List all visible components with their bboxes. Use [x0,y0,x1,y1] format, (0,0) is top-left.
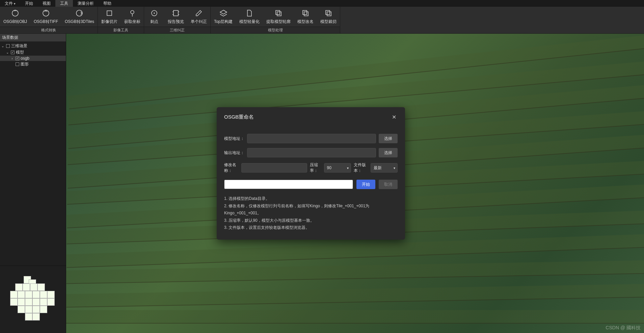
tree-node-model[interactable]: ⌄ 模型 [0,49,66,56]
ribbon-group-label: 影像工具 [98,27,144,33]
btn-select-model[interactable]: 选择 [379,134,398,143]
label-compress: 压缩率： [310,162,321,174]
menu-view[interactable]: 视图 [38,0,55,7]
menu-bar: 文件 开始 视图 工具 测量分析 帮助 [0,0,644,7]
menu-measure[interactable]: 测量分析 [73,0,99,7]
btn-osgb-to-tiff[interactable]: OSGB转TIFF [30,7,61,27]
convert-icon [11,9,20,18]
btn-select-output[interactable]: 选择 [379,148,398,157]
menu-start[interactable]: 开始 [20,0,38,7]
svg-rect-7 [173,10,178,16]
input-output-path[interactable] [247,148,376,157]
tree-node-scene[interactable]: ⌄ 三维场景 [0,43,66,49]
label-version: 文件版本： [354,162,368,174]
svg-rect-12 [326,10,330,14]
select-compress[interactable]: 90 [324,163,351,173]
btn-model-lightweight[interactable]: 模型轻量化 [236,7,263,27]
svg-rect-11 [304,12,308,16]
close-icon[interactable]: ✕ [391,113,398,122]
panel-title-scene: 场景数据 [0,34,66,41]
btn-extract-outline[interactable]: 提取模型轮廓 [263,7,294,27]
dialog-help: 1. 选择模型的Data目录。 2. 修改名称，仅修改模型行列号前名称，如填写K… [224,195,398,232]
input-model-path[interactable] [247,134,376,143]
btn-prick[interactable]: 刺点 [144,7,164,27]
input-progress [224,180,353,189]
ribbon-group-format: OSGB转OBJ OSGB转TIFF OSGB转3DTiles 格式转换 [0,7,98,33]
checkbox[interactable] [16,57,19,60]
report-icon [171,9,180,18]
dialog-osgb-rename: OSGB重命名 ✕ 模型地址： 选择 输出地址： 选择 修改名称： 压缩率： [217,107,405,240]
collapse-icon[interactable]: ⌄ [1,44,5,48]
tree-node-shape[interactable]: 图形 [0,61,66,67]
sidebar: 场景数据 ⌄ 三维场景 ⌄ 模型 › osgb 图形 [0,34,66,333]
watermark: CSDN @ 國科技 [606,325,641,331]
file-icon [245,9,254,18]
checkbox[interactable] [11,51,15,54]
svg-rect-10 [303,10,307,14]
tree-label: 三维场景 [11,43,27,49]
minimap[interactable] [0,266,66,333]
label-rename: 修改名称： [224,162,239,174]
btn-get-coord[interactable]: 获取坐标 [121,7,144,27]
svg-point-0 [12,10,18,16]
tree-label: osgb [21,56,29,61]
stack-icon [274,9,283,18]
ribbon-group-correct: 刺点 报告预览 单个纠正 三维纠正 [144,7,211,33]
checkbox[interactable] [16,62,19,66]
svg-rect-9 [277,12,281,16]
svg-point-6 [154,13,155,13]
target-icon [150,9,159,18]
collapse-icon[interactable]: ⌄ [5,51,9,54]
stack-icon [301,9,310,18]
viewport-3d[interactable]: OSGB重命名 ✕ 模型地址： 选择 输出地址： 选择 修改名称： 压缩率： [66,34,644,333]
btn-top-layer[interactable]: Top层构建 [211,7,236,27]
btn-single-correct[interactable]: 单个纠正 [187,7,210,27]
btn-model-rename[interactable]: 模型改名 [294,7,317,27]
menu-file[interactable]: 文件 [0,0,20,7]
convert-icon [42,9,50,18]
convert-icon [75,9,84,18]
ribbon-group-label: 模型处理 [211,27,340,33]
tree-node-osgb[interactable]: › osgb [0,56,66,61]
btn-osgb-to-3dtiles[interactable]: OSGB转3DTiles [61,7,98,27]
tree-label: 模型 [16,50,24,55]
stack-icon [324,9,333,18]
square-icon [105,9,114,18]
btn-report-preview[interactable]: 报告预览 [164,7,187,27]
layers-icon [219,9,228,18]
expand-icon[interactable]: › [10,57,14,60]
pin-icon [128,9,137,18]
minimap-tiles [10,276,57,323]
ribbon-group-model: Top层构建 模型轻量化 提取模型轮廓 模型改名 模型裁切 模型处理 [211,7,340,33]
svg-point-4 [131,10,134,14]
svg-point-1 [43,10,49,16]
select-version[interactable]: 最新 [371,163,398,173]
menu-help[interactable]: 帮助 [99,0,116,7]
dialog-title: OSGB重命名 [224,114,254,120]
label-model-path: 模型地址： [224,136,244,142]
label-output-path: 输出地址： [224,150,244,156]
btn-start[interactable]: 开始 [356,180,375,189]
input-rename[interactable] [241,163,307,173]
svg-rect-13 [327,12,331,16]
svg-point-2 [76,10,82,16]
ribbon-group-label: 格式转换 [0,27,98,33]
scene-tree: ⌄ 三维场景 ⌄ 模型 › osgb 图形 [0,41,66,266]
ribbon-group-image: 影像切片 获取坐标 影像工具 [98,7,144,33]
checkbox[interactable] [6,44,10,48]
btn-image-slice[interactable]: 影像切片 [98,7,121,27]
ribbon-group-label: 三维纠正 [144,27,210,33]
tree-label: 图形 [21,61,29,67]
ribbon-toolbar: OSGB转OBJ OSGB转TIFF OSGB转3DTiles 格式转换 影像切… [0,7,644,34]
btn-model-crop[interactable]: 模型裁切 [317,7,340,27]
btn-cancel[interactable]: 取消 [379,180,398,189]
svg-rect-3 [107,11,112,16]
menu-tools[interactable]: 工具 [55,0,73,7]
svg-rect-8 [276,10,280,14]
btn-osgb-to-obj[interactable]: OSGB转OBJ [0,7,30,27]
edit-icon [194,9,203,18]
